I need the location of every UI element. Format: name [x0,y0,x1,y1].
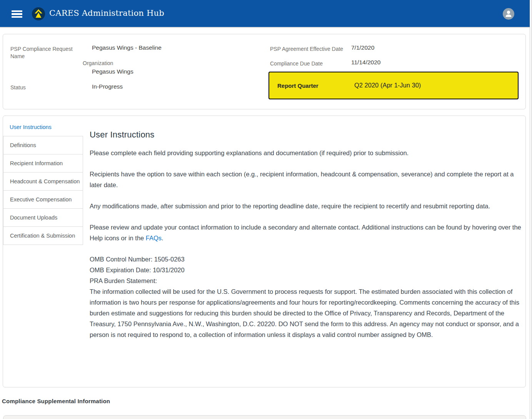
vertical-scrollbar[interactable] [530,0,532,419]
due-date-label: Compliance Due Date [270,60,323,67]
report-quarter-label: Report Quarter [277,82,319,89]
page: CARES Administration Hub PSP Compliance … [0,0,532,419]
tab-headcount-compensation[interactable]: Headcount & Compensation [3,172,83,191]
omb-control-number: OMB Control Number: 1505-0263 [90,254,521,265]
omb-block: OMB Control Number: 1505-0263 OMB Expira… [90,254,521,340]
instruction-paragraph-2: Recipients have the option to save withi… [90,169,521,190]
report-quarter-highlight: Report Quarter Q2 2020 (Apr 1-Jun 30) [269,72,519,99]
request-name-value: Pegasus Wings - Baseline [92,44,162,52]
due-date-value: 11/14/2020 [351,59,380,66]
organization-label: Organization [83,60,113,67]
report-quarter-value: Q2 2020 (Apr 1-Jun 30) [354,82,421,89]
status-value: In-Progress [92,83,123,91]
content-heading: User Instructions [90,130,521,140]
pra-burden-label: PRA Burden Statement: [90,275,521,286]
status-label: Status [10,84,26,91]
section-tab-list: User Instructions Definitions Recipient … [3,118,83,245]
tab-recipient-information[interactable]: Recipient Information [3,154,83,173]
tab-certification-submission[interactable]: Certification & Submission [3,226,83,245]
app-title: CARES Administration Hub [49,8,164,18]
tab-user-instructions[interactable]: User Instructions [3,118,83,136]
tab-content: User Instructions Please complete each f… [90,130,521,340]
omb-expiration-date: OMB Expiration Date: 10/31/2020 [90,265,521,275]
user-instructions-card: User Instructions Definitions Recipient … [3,116,526,387]
organization-value: Pegasus Wings [92,68,133,75]
tab-executive-compensation[interactable]: Executive Compensation [3,190,83,209]
pra-burden-text: The information collected will be used f… [90,286,521,340]
supplemental-section-title: Compliance Supplemental Information [2,398,110,404]
tab-definitions[interactable]: Definitions [3,136,83,154]
treasury-chevron-logo-icon [32,7,45,21]
instruction-paragraph-4: Please review and update your contact in… [90,222,521,243]
compliance-supplemental-panel [3,415,526,419]
request-name-label: PSP Compliance Request Name [10,45,75,60]
hamburger-menu-icon[interactable] [12,10,22,18]
compliance-summary-card: PSP Compliance Request Name Pegasus Wing… [3,34,526,109]
tab-document-uploads[interactable]: Document Uploads [3,208,83,227]
user-avatar-icon[interactable] [503,8,514,20]
faqs-link[interactable]: FAQs [146,235,162,241]
paragraph-4-period: . [162,235,163,241]
instruction-paragraph-3: Any modifications made, after submission… [90,201,521,211]
effective-date-value: 7/1/2020 [351,44,374,52]
instruction-paragraph-1: Please complete each field providing sup… [90,147,521,158]
app-header: CARES Administration Hub [0,0,530,28]
effective-date-label: PSP Agreement Effective Date [270,45,343,53]
